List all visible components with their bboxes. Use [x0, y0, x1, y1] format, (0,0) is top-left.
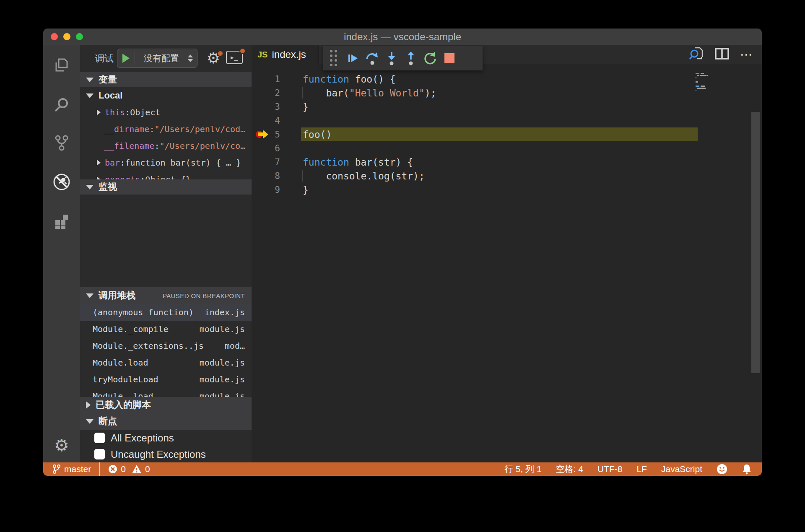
- source-control-icon[interactable]: [43, 130, 80, 155]
- variable-row[interactable]: exports: Object {}: [80, 171, 252, 179]
- code-text: console.log(str);: [280, 171, 425, 182]
- checkbox[interactable]: [94, 449, 105, 459]
- variables-list: Localthis: Object__dirname: "/Users/penl…: [80, 87, 252, 179]
- call-stack-frame[interactable]: Module._extensions..jsmod…: [80, 337, 252, 354]
- breakpoints-section-header[interactable]: 断点: [80, 413, 252, 430]
- line-number[interactable]: 3: [252, 102, 280, 112]
- call-stack-frame[interactable]: tryModuleLoadmodule.js: [80, 371, 252, 388]
- call-stack-frame[interactable]: (anonymous function)index.js: [80, 304, 252, 321]
- line-number[interactable]: 6: [252, 143, 280, 153]
- collapse-icon: [86, 93, 93, 98]
- variable-name: __filename: [104, 141, 154, 151]
- watch-section-header[interactable]: 监视: [80, 179, 252, 195]
- breakpoint-current-icon[interactable]: [256, 130, 268, 139]
- frame-file: mod…: [225, 341, 245, 351]
- status-item[interactable]: JavaScript: [661, 464, 702, 474]
- restart-icon[interactable]: [421, 49, 440, 68]
- minimap-line: [696, 88, 721, 89]
- settings-gear-icon[interactable]: ⚙: [43, 433, 80, 458]
- minimap-token: [696, 90, 696, 91]
- debug-console-icon[interactable]: ▸_: [226, 51, 243, 64]
- collapse-icon: [86, 293, 93, 298]
- variable-row[interactable]: bar: function bar(str) { … }: [80, 154, 252, 171]
- line-number[interactable]: 2: [252, 88, 280, 98]
- variables-title: 变量: [99, 73, 117, 86]
- code-line[interactable]: 9}: [252, 183, 762, 197]
- stop-icon[interactable]: [440, 49, 459, 68]
- window-title: index.js — vscode-sample: [43, 29, 762, 45]
- code-line[interactable]: 8 console.log(str);: [252, 169, 762, 183]
- line-number[interactable]: 7: [252, 157, 280, 167]
- line-number[interactable]: 8: [252, 171, 280, 181]
- step-into-icon[interactable]: [382, 49, 401, 68]
- variables-section-header[interactable]: 变量: [80, 72, 252, 87]
- status-item[interactable]: 空格: 4: [556, 463, 583, 475]
- debug-icon[interactable]: [43, 169, 80, 195]
- line-number[interactable]: 9: [252, 185, 280, 195]
- variable-row[interactable]: __filename: "/Users/penlv/co…: [80, 138, 252, 154]
- code-line[interactable]: 3}: [252, 100, 762, 114]
- variable-row[interactable]: this: Object: [80, 104, 252, 121]
- code-line[interactable]: 2 bar("Hello World");: [252, 86, 762, 100]
- files-icon[interactable]: [43, 53, 80, 78]
- step-out-icon[interactable]: [401, 49, 421, 68]
- debug-controls: 调试 没有配置 ⚙ ▸_: [80, 45, 252, 72]
- minimap-token: [697, 75, 699, 76]
- more-actions-icon[interactable]: ⋯: [740, 52, 753, 57]
- code-line[interactable]: 1function foo() {: [252, 72, 762, 86]
- minimap-line: [696, 81, 721, 83]
- breakpoint-row[interactable]: Uncaught Exceptions: [80, 446, 252, 462]
- configure-gear-icon[interactable]: ⚙: [203, 48, 224, 69]
- code-line[interactable]: 7function bar(str) {: [252, 155, 762, 169]
- vertical-scrollbar[interactable]: [751, 112, 760, 373]
- code-line[interactable]: 4: [252, 114, 762, 127]
- call-stack-frame[interactable]: Module.loadmodule.js: [80, 354, 252, 371]
- continue-icon[interactable]: [343, 49, 363, 68]
- toolbar-drag-handle[interactable]: [330, 50, 338, 67]
- step-over-icon[interactable]: [363, 49, 382, 68]
- minimap-token: [706, 75, 707, 76]
- titlebar[interactable]: index.js — vscode-sample: [43, 29, 762, 45]
- code-token: bar(str) {: [349, 157, 413, 168]
- activity-bar: ⚙: [43, 45, 80, 462]
- git-branch-item[interactable]: master: [52, 464, 91, 474]
- call-stack-section-header[interactable]: 调用堆栈 PAUSED ON BREAKPOINT: [80, 287, 252, 304]
- error-icon: [108, 465, 117, 474]
- tab-index-js[interactable]: JS index.js: [252, 45, 319, 64]
- error-count: 0: [121, 464, 126, 474]
- bell-icon[interactable]: [742, 464, 752, 475]
- line-number[interactable]: 1: [252, 74, 280, 84]
- open-preview-icon[interactable]: [689, 46, 704, 63]
- variable-value: "/Users/penlv/co…: [159, 141, 245, 151]
- watch-title: 监视: [99, 181, 117, 193]
- code-area[interactable]: 1function foo() {2 bar("Hello World");3}…: [252, 72, 762, 197]
- debug-config-dropdown[interactable]: 没有配置: [117, 49, 197, 68]
- code-token: }: [303, 184, 309, 195]
- call-stack-frame[interactable]: Module._compilemodule.js: [80, 321, 252, 337]
- loaded-scripts-section-header[interactable]: 已载入的脚本: [80, 397, 252, 413]
- line-number[interactable]: 4: [252, 116, 280, 126]
- minimap[interactable]: [696, 73, 721, 92]
- config-stepper-icon[interactable]: [188, 54, 193, 62]
- minimap-token: [696, 77, 696, 78]
- search-icon[interactable]: [43, 92, 80, 117]
- variable-row[interactable]: Local: [80, 87, 252, 104]
- code-token: console.log(str);: [303, 171, 425, 182]
- breakpoint-row[interactable]: All Exceptions: [80, 430, 252, 446]
- collapse-icon: [86, 419, 93, 424]
- code-line[interactable]: 5foo(): [252, 127, 762, 141]
- checkbox[interactable]: [94, 433, 105, 443]
- status-item[interactable]: 行 5, 列 1: [504, 463, 542, 475]
- status-item[interactable]: UTF-8: [597, 464, 623, 474]
- extensions-icon[interactable]: [43, 209, 80, 234]
- smiley-icon[interactable]: [717, 464, 727, 475]
- variable-row[interactable]: __dirname: "/Users/penlv/cod…: [80, 121, 252, 138]
- call-stack-frame[interactable]: Module._loadmodule.js: [80, 388, 252, 397]
- split-editor-icon[interactable]: [715, 47, 729, 62]
- expand-icon: [97, 160, 101, 166]
- breakpoint-label: All Exceptions: [111, 432, 174, 444]
- code-line[interactable]: 6: [252, 141, 762, 155]
- start-debug-icon[interactable]: [122, 54, 130, 63]
- status-item[interactable]: LF: [636, 464, 647, 474]
- problems-item[interactable]: 0 0: [108, 464, 150, 474]
